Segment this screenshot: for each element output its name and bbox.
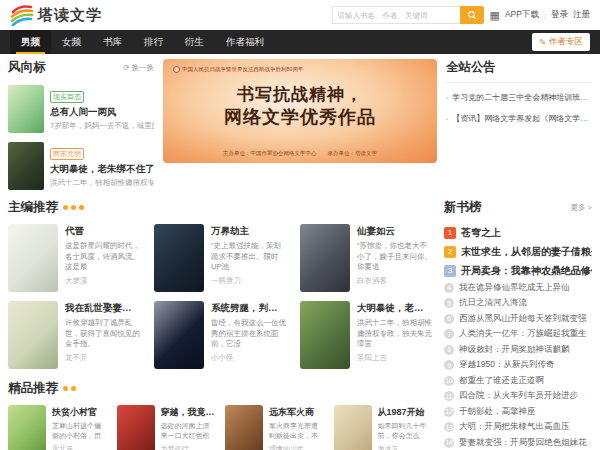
windvane-book[interactable]: 现实百态 总有人间一两风 7岁那年，妈妈一去不返，城里的小孩 [8,85,154,133]
rank-item[interactable]: 14 娶妻就变强：开局娶回绝色姐妹花 [444,435,592,450]
rank-item[interactable]: 11 四合院：从火车列车员开始进步 [444,389,592,405]
book-info: 现实百态 总有人间一两风 7岁那年，妈妈一去不返，城里的小孩 [50,85,154,133]
more-link[interactable]: 更多 > [571,203,592,213]
book-cover[interactable] [334,405,372,450]
book-title[interactable]: 仙妻如云 [357,225,432,238]
book-card[interactable]: 我在乱世娶妻长生 许攸穿越到了诡异乱世，获得了喜闻悦见的金手指。 龙不弃 [8,301,140,369]
book-author[interactable]: 景阳上古 [357,353,432,363]
nav-item[interactable]: 排行 [133,30,174,54]
book-card[interactable]: 仙妻如云 “苏惊蛰，你也老大不小了，嫂子且来问你。你要道 白衣酒客 [300,224,432,292]
book-author[interactable]: 一柄唐刀 [211,276,286,286]
book-cover[interactable] [117,405,155,450]
rank-title: 四合院：从火车列车员开始进步 [459,390,578,402]
book-card[interactable]: 大明暴徒，老朱绑不… 洪武十二年，独相胡惟庸擅权专政，独夫朱元璋罢 景阳上古 [300,301,432,369]
book-title[interactable]: 总有人间一两风 [50,106,154,119]
book-cover[interactable] [8,85,44,133]
book-author[interactable]: 唐北居 [52,444,107,450]
book-card[interactable]: 系统劈腿，判给我半… 曾经，有我这么一位优秀的宿主摆在系统面前，它没 小小怪 [154,301,286,369]
nav-item[interactable]: 衍生 [174,30,215,54]
book-author[interactable]: 白衣酒客 [357,276,432,286]
nav-item[interactable]: 男频 [10,30,51,54]
category-tag[interactable]: 现实百态 [50,91,84,103]
book-card[interactable]: 穿越，我竟… 远处的河面上漂来一口大红色棺 为梦远行 [117,405,216,450]
book-title[interactable]: 远东军火商 [269,406,324,419]
rank-badge: 6 [444,314,454,324]
rank-title: 神级敕封：开局奖励神话麒麟 [459,344,570,356]
banner-badge-text: 中国人民抗日战争暨世界反法西斯战争胜利80周年 [182,66,304,73]
register-link[interactable]: 注册 [573,9,590,21]
rank-badge: 11 [444,391,454,401]
book-title[interactable]: 从1987开始 [378,406,433,419]
book-cover[interactable] [154,224,204,292]
login-link[interactable]: 登录 [551,9,568,21]
rank-badge: 12 [444,407,454,417]
announcement-item[interactable]: ▪ 学习党的二十届三中全会精神培训班举办 [446,93,592,104]
book-cover[interactable] [8,224,58,292]
nav-item-label: 女频 [62,36,81,49]
nav-item-label: 作者福利 [226,36,264,49]
author-zone-button[interactable]: ✎作者专区 [532,33,590,51]
rank-item[interactable]: 1 苍穹之上 [444,223,592,242]
nav-item[interactable]: 作者福利 [215,30,275,54]
search-input[interactable] [332,6,460,24]
rank-item[interactable]: 3 开局卖身：我靠神农鼎绝品修仙 [444,261,592,280]
book-cover[interactable] [154,301,204,369]
book-title[interactable]: 扶贫小村官 [52,406,107,419]
book-title[interactable]: 万界劫主 [211,225,286,238]
book-author[interactable]: 龙不弃 [65,353,140,363]
book-cover[interactable] [8,301,58,369]
rank-item[interactable]: 9 穿越1950：从新兵到传奇 [444,358,592,374]
main-content: 风向标 ⟳ 换一换 现实百态 总有人间一两风 7岁那年，妈妈一去不返，城里的小孩 [0,54,600,450]
category-tag[interactable]: 两宋元明 [50,148,84,160]
rank-item[interactable]: 2 末世求生，从邻居的妻子借粮开始 [444,242,592,261]
rank-item[interactable]: 5 抗日之清河入海流 [444,296,592,312]
book-author[interactable]: 为梦远行 [161,444,216,450]
premium-head: 精品推荐 [8,380,432,397]
book-cover[interactable] [300,224,350,292]
book-author[interactable]: 小小怪 [211,353,286,363]
rank-item[interactable]: 4 我在诡异修仙界吃成无上异仙 [444,280,592,296]
rank-title: 大明：开局把朱棣气出高血压 [459,421,570,433]
rank-item[interactable]: 13 大明：开局把朱棣气出高血压 [444,420,592,436]
promo-banner[interactable]: 中国人民抗日战争暨世界反法西斯战争胜利80周年 书写抗战精神， 网络文学优秀作品… [163,59,437,163]
header-divider: | [544,11,546,20]
rank-item[interactable]: 7 人类消失一亿年：万族崛起我重生 [444,327,592,343]
book-desc: “史上最强技能，策划跪求不要推出。限时UP池 [211,241,286,272]
book-desc: 曾经，有我这么一位优秀的宿主摆在系统面前，它没 [211,318,286,349]
windvane-book[interactable]: 两宋元明 大明暴徒，老朱绑不住了 洪武十二年，独相胡惟庸擅权专政，独 [8,142,154,190]
book-cover[interactable] [300,301,350,369]
book-title[interactable]: 大明暴徒，老朱绑不住了 [50,163,154,176]
rank-item[interactable]: 12 于朝影处，高擎神座 [444,404,592,420]
book-cover[interactable] [8,142,44,190]
book-card[interactable]: 远东军火商 军火商李光宗遭到贩徒出卖，不 懵懂的少年 [225,405,324,450]
book-card[interactable]: 从1987开始 如果回到几十年前，你会怎么 海冰玉 [334,405,433,450]
book-title[interactable]: 穿越，我竟… [161,406,216,419]
book-author[interactable]: 大梦溪 [65,276,140,286]
book-cover[interactable] [225,405,263,450]
book-title[interactable]: 我在乱世娶妻长生 [65,302,140,315]
book-title[interactable]: 系统劈腿，判给我半… [211,302,286,315]
search-box [332,6,484,24]
book-cover[interactable] [8,405,46,450]
announcement-item[interactable]: ▪ 【资讯】网络文学界发起《网络文学行业… [446,114,592,125]
book-card[interactable]: 扶贫小村官 芝麻山村这个偏僻的小村落，历经 唐北居 [8,405,107,450]
site-logo[interactable]: 塔读文学 [10,4,102,26]
nav-item[interactable]: 女频 [51,30,92,54]
book-card[interactable]: 代晋 这是群星闪耀的时代，名士风度，诗酒风流。这是最 大梦溪 [8,224,140,292]
new-book-rank-title: 新书榜 [444,199,482,216]
book-title[interactable]: 大明暴徒，老朱绑不… [357,302,432,315]
rank-item[interactable]: 8 神级敕封：开局奖励神话麒麟 [444,342,592,358]
book-desc: 如果回到几十年前，你会怎么 [378,421,433,441]
book-author[interactable]: 懵懂的少年 [269,444,324,450]
rank-badge: 4 [444,283,454,293]
banner-title: 书写抗战精神， 网络文学优秀作品 [163,83,437,128]
book-title[interactable]: 代晋 [65,225,140,238]
app-download-link[interactable]: APP下载 [505,9,539,21]
refresh-link[interactable]: ⟳ 换一换 [123,63,154,73]
rank-item[interactable]: 10 都重生了谁还走正道啊 [444,373,592,389]
search-button[interactable] [460,6,484,24]
book-author[interactable]: 海冰玉 [378,444,433,450]
rank-item[interactable]: 6 西游从黑风山开始每天签到就变强 [444,311,592,327]
book-card[interactable]: 万界劫主 “史上最强技能，策划跪求不要推出。限时UP池 一柄唐刀 [154,224,286,292]
nav-item[interactable]: 书库 [92,30,133,54]
